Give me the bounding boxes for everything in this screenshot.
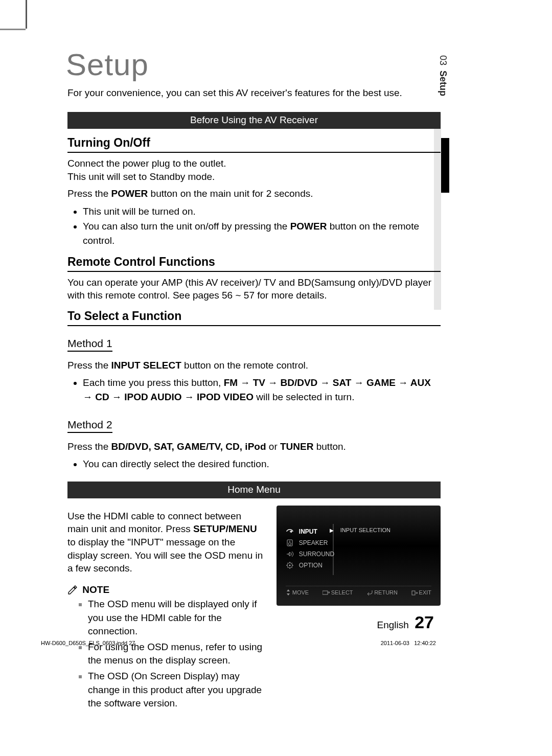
hint-label: MOVE [292,589,309,595]
subheading-method2: Method 2 [67,419,112,433]
manual-page: 03 Setup Setup For your convenience, you… [0,0,552,756]
hint-label: SELECT [331,589,353,595]
paragraph: You can operate your AMP (this AV receiv… [67,276,441,302]
heading-turning-on-off: Turning On/Off [67,136,441,153]
svg-point-2 [289,541,290,542]
note-label: NOTE [82,584,109,595]
page-number: 27 [415,612,434,632]
osd-item-speaker: SPEAKER [286,537,431,548]
column-right: ▶ INPUT SELECTION INPUT SP [277,506,441,606]
page-intro: For your convenience, you can set this A… [67,87,441,99]
list-item: The OSD menu will be displayed only if y… [88,598,264,638]
paragraph: Use the HDMI cable to connect between ma… [67,510,264,575]
imprint-time: 12:40:22 [414,640,436,646]
footer-language: English [377,620,409,630]
bold-text: SETUP/MENU [193,523,257,534]
heading-remote-control: Remote Control Functions [67,255,441,272]
crop-mark-vertical [26,0,27,29]
imprint-filename: HW-D600_D650S_ELS_0603.indd 27 [41,640,135,646]
bold-text: POWER [290,221,327,232]
hint-return: RETURN [366,589,398,595]
bold-text: TUNER [280,441,313,452]
input-icon [286,528,294,535]
list-item: Each time you press this button, FM → TV… [83,376,441,404]
hint-label: EXIT [419,589,431,595]
text: Press the [67,188,111,199]
section-banner-home-menu: Home Menu [67,482,441,498]
text: You can also turn the unit on/off by pre… [83,221,290,232]
svg-point-4 [289,564,290,566]
heading-select-function: To Select a Function [67,309,441,326]
osd-item-option: OPTION [286,560,431,571]
two-column-layout: Use the HDMI cable to connect between ma… [67,506,441,716]
imprint-date: 2011-06-03 [381,640,409,646]
svg-point-1 [288,542,291,545]
text: Each time you press this button, [83,377,224,388]
bullet-list: This unit will be turned on. You can als… [67,204,441,248]
osd-item-label: SPEAKER [299,539,328,546]
gear-icon [286,562,294,569]
text: Press the [67,441,111,452]
side-tab-marker [441,138,449,193]
paragraph: Press the INPUT SELECT button on the rem… [67,359,441,372]
osd-footer-hints: MOVE SELECT RETURN EXIT [286,586,431,595]
crop-mark-horizontal [0,29,26,30]
list-item: You can also turn the unit on/off by pre… [83,219,441,247]
paragraph: Press the POWER button on the main unit … [67,187,441,200]
osd-item-surround: SURROUND [286,548,431,560]
bullet-list: Each time you press this button, FM → TV… [67,376,441,404]
osd-submenu-label: INPUT SELECTION [340,527,390,533]
text: button. [313,441,346,452]
text: Press the [67,360,111,371]
osd-menu: ▶ INPUT SELECTION INPUT SP [286,526,431,571]
osd-item-label: OPTION [299,562,323,569]
speaker-icon [286,539,294,546]
osd-screenshot: ▶ INPUT SELECTION INPUT SP [277,506,441,606]
osd-item-label: SURROUND [299,551,334,558]
text: This unit will set to Standby mode. [67,171,215,182]
hint-exit: EXIT [411,589,431,595]
hint-select: SELECT [323,589,353,595]
note-list: The OSD menu will be displayed only if y… [67,598,264,711]
imprint-datetime: 2011-06-03 12:40:22 [381,640,436,646]
bold-text: INPUT SELECT [111,360,181,371]
paragraph: Connect the power plug to the outlet. Th… [67,157,441,183]
column-left: Use the HDMI cable to connect between ma… [67,506,264,716]
text: button on the remote control. [181,360,308,371]
text: or [266,441,280,452]
triangle-right-icon: ▶ [330,528,334,533]
paragraph: Press the BD/DVD, SAT, GAME/TV, CD, iPod… [67,440,441,453]
note-heading: NOTE [67,584,264,595]
hint-move: MOVE [286,589,309,595]
surround-icon [286,551,294,558]
text: Connect the power plug to the outlet. [67,158,226,169]
subheading-method1: Method 1 [67,337,112,352]
text: button on the main unit for 2 seconds. [148,188,313,199]
bold-text: BD/DVD, SAT, GAME/TV, CD, iPod [111,441,266,452]
bullet-list: You can directly select the desired func… [67,457,441,471]
section-banner-before-using: Before Using the AV Receiver [67,112,441,129]
list-item: This unit will be turned on. [83,204,441,219]
page-title: Setup [66,47,441,82]
osd-item-label: INPUT [299,528,317,535]
text: will be selected in turn. [254,392,355,402]
bold-text: POWER [111,188,148,199]
pencil-icon [67,584,82,595]
page-footer: English 27 [377,612,434,632]
svg-rect-5 [323,591,328,594]
text: to display the "INPUT" message on the di… [67,537,263,574]
list-item: The OSD (On Screen Display) may change i… [88,670,264,711]
list-item: You can directly select the desired func… [83,457,441,471]
hint-label: RETURN [374,589,398,595]
svg-rect-6 [412,591,415,595]
